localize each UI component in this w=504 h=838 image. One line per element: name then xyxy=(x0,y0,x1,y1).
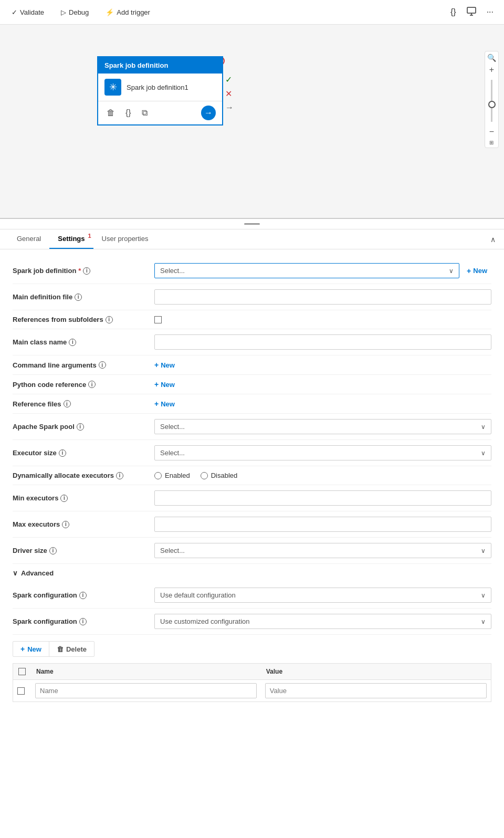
spark-job-def-select-text: Select... xyxy=(160,267,185,275)
refs-subfolders-info[interactable]: i xyxy=(106,316,113,323)
row-checkbox-cell xyxy=(13,680,32,702)
executor-size-control: Select... ∨ xyxy=(154,445,491,460)
tab-general[interactable]: General xyxy=(8,229,49,249)
zoom-in-button[interactable]: + xyxy=(487,64,496,76)
dynamic-allocate-control: Enabled Disabled xyxy=(154,472,491,479)
more-options-button[interactable]: ··· xyxy=(485,5,496,19)
clone-node-button[interactable]: ⧉ xyxy=(140,107,150,119)
disabled-radio[interactable]: Disabled xyxy=(201,472,238,479)
dynamic-allocate-row: Dynamically allocate executors i Enabled… xyxy=(13,466,491,485)
debug-icon: ▷ xyxy=(61,8,66,16)
disabled-label: Disabled xyxy=(211,472,238,479)
refs-subfolders-checkbox[interactable] xyxy=(154,316,162,323)
apache-spark-pool-control: Select... ∨ xyxy=(154,419,491,434)
disabled-radio-btn[interactable] xyxy=(201,472,208,479)
table-delete-button[interactable]: 🗑 Delete xyxy=(49,642,94,656)
zoom-out-button[interactable]: − xyxy=(487,126,496,138)
spark-job-def-label: Spark job definition * i xyxy=(13,267,149,275)
max-executors-input[interactable] xyxy=(154,517,491,532)
tab-settings[interactable]: Settings 1 xyxy=(49,229,93,249)
check-badge[interactable]: ✓ xyxy=(225,75,234,85)
max-executors-info[interactable]: i xyxy=(62,521,69,528)
python-code-ref-new-button[interactable]: + New xyxy=(154,380,175,389)
navigate-node-button[interactable]: → xyxy=(201,106,216,120)
fit-icon: ⊞ xyxy=(489,140,494,145)
dynamic-allocate-info[interactable]: i xyxy=(116,472,123,479)
arrow-badge[interactable]: → xyxy=(225,103,234,112)
lightning-icon: ⚡ xyxy=(106,8,114,16)
zoom-controls: 🔍 + − ⊞ xyxy=(485,51,499,148)
value-col-header: Value xyxy=(261,664,491,680)
spark-job-def-select[interactable]: Select... ∨ xyxy=(154,263,459,278)
apache-spark-pool-text: Select... xyxy=(160,423,185,431)
spark-icon: ✳ xyxy=(104,79,121,96)
apache-spark-pool-select[interactable]: Select... ∨ xyxy=(154,419,491,434)
validate-icon: ✓ xyxy=(12,8,17,16)
executor-size-select[interactable]: Select... ∨ xyxy=(154,445,491,460)
main-def-file-input[interactable] xyxy=(154,289,491,305)
spark-config2-select[interactable]: Use customized configuration ∨ xyxy=(154,614,491,629)
collapse-panel-button[interactable]: ∧ xyxy=(490,235,496,244)
spark-config2-info[interactable]: i xyxy=(79,618,87,625)
python-code-ref-info[interactable]: i xyxy=(88,381,96,388)
enabled-radio[interactable]: Enabled xyxy=(154,472,190,479)
python-code-ref-control: + New xyxy=(154,380,491,389)
cmd-line-args-new-button[interactable]: + New xyxy=(154,361,175,369)
spark-job-def-new-button[interactable]: + New xyxy=(463,267,491,275)
zoom-slider-thumb[interactable] xyxy=(488,101,496,108)
spark-node-header: Spark job definition xyxy=(98,57,222,74)
json-button[interactable]: {} xyxy=(448,5,458,19)
driver-size-info[interactable]: i xyxy=(49,547,57,554)
config-table: Name Value xyxy=(13,663,491,702)
spark-job-def-info[interactable]: i xyxy=(83,267,90,275)
json-node-button[interactable]: {} xyxy=(123,107,133,119)
spark-node-body: ✳ Spark job definition1 xyxy=(98,74,222,101)
value-input[interactable] xyxy=(265,683,487,698)
min-executors-row: Min executors i xyxy=(13,485,491,511)
spark-config1-select[interactable]: Use default configuration ∨ xyxy=(154,588,491,603)
chevron-down-icon: ∨ xyxy=(481,618,486,625)
row-checkbox[interactable] xyxy=(17,687,25,695)
driver-size-select[interactable]: Select... ∨ xyxy=(154,543,491,558)
spark-job-def-control: Select... ∨ + New xyxy=(154,263,491,278)
spark-node[interactable]: Spark job definition ✳ Spark job definit… xyxy=(97,56,223,125)
executor-size-info[interactable]: i xyxy=(59,449,66,457)
collapse-bar[interactable] xyxy=(0,219,504,229)
main-toolbar: ✓ Validate ▷ Debug ⚡ Add trigger {} ··· xyxy=(0,0,504,25)
tab-settings-label: Settings xyxy=(58,235,85,243)
validate-button[interactable]: ✓ Validate xyxy=(8,6,47,18)
enabled-radio-btn[interactable] xyxy=(154,472,162,479)
debug-button[interactable]: ▷ Debug xyxy=(58,6,92,18)
min-executors-control xyxy=(154,490,491,506)
x-badge[interactable]: ✕ xyxy=(225,89,234,99)
cmd-line-args-info[interactable]: i xyxy=(99,361,106,369)
monitor-button[interactable] xyxy=(465,4,478,20)
main-class-name-input[interactable] xyxy=(154,334,491,350)
main-class-name-info[interactable]: i xyxy=(69,339,76,346)
main-class-name-row: Main class name i xyxy=(13,329,491,355)
table-new-button[interactable]: + New xyxy=(13,642,49,656)
ref-files-info[interactable]: i xyxy=(64,400,71,407)
plus-icon: + xyxy=(467,267,471,275)
advanced-header[interactable]: ∨ Advanced xyxy=(13,564,491,582)
spark-config1-label: Spark configuration i xyxy=(13,591,149,599)
tab-user-properties[interactable]: User properties xyxy=(93,229,157,249)
ref-files-new-button[interactable]: + New xyxy=(154,400,175,408)
min-executors-input[interactable] xyxy=(154,490,491,506)
ref-files-label: Reference files i xyxy=(13,400,149,408)
add-trigger-button[interactable]: ⚡ Add trigger xyxy=(102,6,153,18)
select-all-checkbox[interactable] xyxy=(18,668,26,675)
name-input[interactable] xyxy=(35,683,257,698)
python-code-ref-row: Python code reference i + New xyxy=(13,375,491,394)
refs-subfolders-row: References from subfolders i xyxy=(13,310,491,329)
spark-config1-info[interactable]: i xyxy=(79,592,87,599)
plus-icon: + xyxy=(154,361,159,369)
canvas-search-button[interactable]: 🔍 xyxy=(487,54,496,62)
canvas-area: Spark job definition ✳ Spark job definit… xyxy=(0,25,504,219)
apache-spark-pool-info[interactable]: i xyxy=(77,423,84,431)
executor-size-row: Executor size i Select... ∨ xyxy=(13,440,491,466)
main-def-file-info[interactable]: i xyxy=(75,294,82,301)
min-executors-info[interactable]: i xyxy=(60,495,68,502)
main-def-file-control xyxy=(154,289,491,305)
delete-node-button[interactable]: 🗑 xyxy=(104,107,117,119)
